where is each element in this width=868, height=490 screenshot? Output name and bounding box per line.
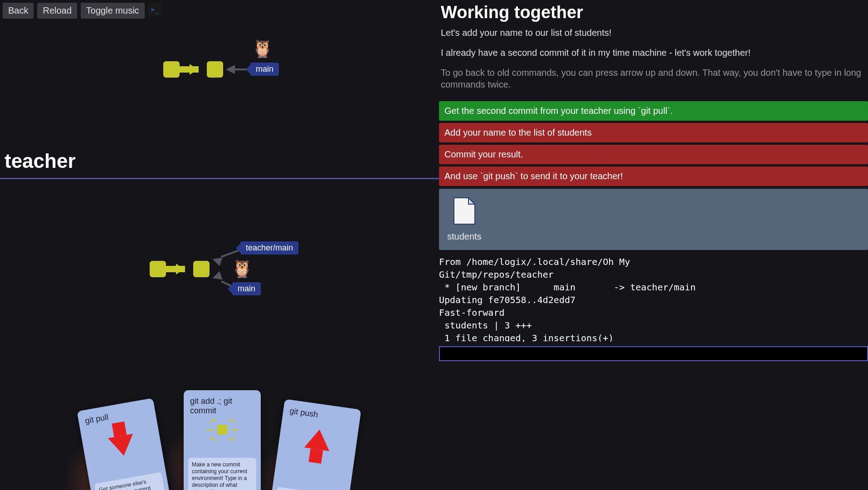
owl-icon: 🦉 <box>231 259 253 279</box>
owl-icon: 🦉 <box>252 39 273 59</box>
card-hand: git pull Get someone else's version of t… <box>63 381 426 490</box>
lesson-panel: Working together Let's add your name to … <box>439 0 868 490</box>
ref-arrow-icon <box>226 65 235 74</box>
toolbar: Back Reload Toggle music >_ <box>3 3 162 19</box>
lesson-paragraph: Let's add your name to our list of stude… <box>441 27 866 39</box>
objective-list: Get the second commit from your teacher … <box>439 101 868 186</box>
arrow-down-icon <box>108 434 137 458</box>
commit-node[interactable] <box>150 261 166 277</box>
arrow-up-icon <box>304 428 332 451</box>
file-label: students <box>447 231 482 242</box>
commit-burst-icon <box>217 425 227 435</box>
branch-tag-main-local[interactable]: main <box>232 282 261 295</box>
ref-arrow-icon <box>211 271 222 282</box>
graph-local: teacher/main 🦉 main <box>150 227 467 318</box>
arrow-icon <box>190 64 198 75</box>
section-label-teacher: teacher <box>5 150 76 172</box>
card-title: git add .; git commit <box>190 397 254 416</box>
section-divider <box>0 178 439 179</box>
toggle-music-button[interactable]: Toggle music <box>81 3 145 19</box>
branch-tag-main[interactable]: main <box>250 63 279 76</box>
file-panel: students <box>439 189 868 250</box>
lesson-paragraph: I already have a second commit of it in … <box>441 47 866 59</box>
file-item-students[interactable]: students <box>447 197 482 242</box>
card-title: git push <box>289 406 354 425</box>
console-toggle-button[interactable]: >_ <box>148 3 162 16</box>
arrow-icon <box>176 264 184 274</box>
branch-tag-teacher-main[interactable]: teacher/main <box>240 241 298 255</box>
back-button[interactable]: Back <box>3 3 34 19</box>
card-description: Give the current timeline to someone els… <box>274 487 345 490</box>
lesson-title: Working together <box>441 3 866 22</box>
terminal-input[interactable] <box>439 346 868 361</box>
card-git-commit[interactable]: git add .; git commit Make a new commit … <box>184 390 261 490</box>
objective-item: Commit your result. <box>439 145 868 164</box>
objective-item: Add your name to the list of students <box>439 123 868 142</box>
lesson-hint: To go back to old commands, you can pres… <box>441 67 866 90</box>
file-icon <box>453 197 476 225</box>
reload-button[interactable]: Reload <box>37 3 77 19</box>
commit-node[interactable] <box>193 261 210 277</box>
objective-item: Get the second commit from your teacher … <box>439 101 868 121</box>
card-description: Get someone else's version of the curren… <box>94 472 167 490</box>
commit-node[interactable] <box>207 61 223 78</box>
card-description: Make a new commit containing your curren… <box>188 458 256 490</box>
card-git-pull[interactable]: git pull Get someone else's version of t… <box>77 398 173 490</box>
terminal-output: From /home/logix/.local/share/Oh My Git/… <box>439 255 868 342</box>
graph-remote: 🦉 main <box>163 36 435 104</box>
card-git-push[interactable]: git push Give the current timeline to so… <box>269 399 361 490</box>
commit-node[interactable] <box>163 61 180 78</box>
objective-item: And use `git push` to send it to your te… <box>439 167 868 186</box>
